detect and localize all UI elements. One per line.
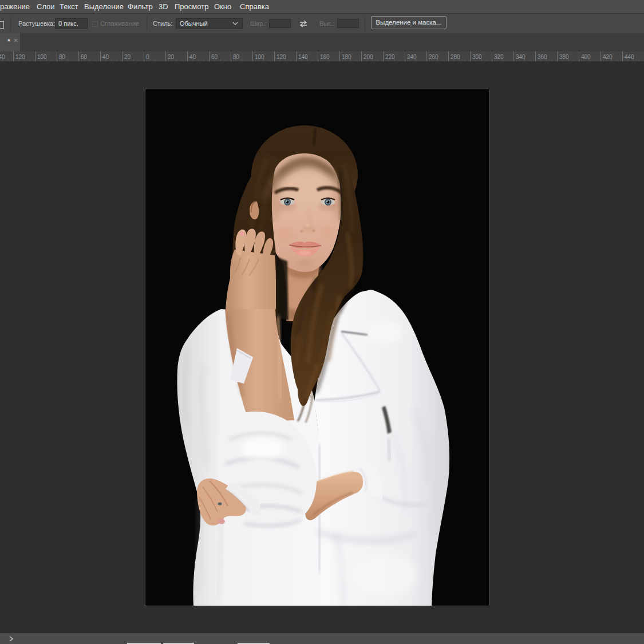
svg-text:100: 100 bbox=[37, 54, 47, 60]
svg-text:400: 400 bbox=[581, 54, 591, 60]
svg-text:20: 20 bbox=[124, 54, 131, 60]
svg-text:0: 0 bbox=[146, 54, 149, 60]
svg-text:20: 20 bbox=[168, 54, 175, 60]
svg-text:60: 60 bbox=[211, 54, 218, 60]
svg-text:80: 80 bbox=[233, 54, 240, 60]
svg-text:180: 180 bbox=[342, 54, 351, 60]
svg-text:140: 140 bbox=[0, 54, 5, 60]
svg-text:240: 240 bbox=[407, 54, 417, 60]
svg-text:40: 40 bbox=[189, 54, 196, 60]
svg-text:200: 200 bbox=[364, 54, 373, 60]
svg-text:160: 160 bbox=[320, 54, 330, 60]
svg-text:260: 260 bbox=[429, 54, 438, 60]
svg-text:120: 120 bbox=[276, 54, 286, 60]
svg-text:60: 60 bbox=[81, 54, 88, 60]
svg-text:80: 80 bbox=[59, 54, 66, 60]
svg-text:380: 380 bbox=[559, 54, 569, 60]
svg-text:100: 100 bbox=[255, 54, 264, 60]
svg-text:360: 360 bbox=[538, 54, 547, 60]
svg-text:420: 420 bbox=[603, 54, 613, 60]
svg-text:220: 220 bbox=[385, 54, 395, 60]
svg-text:40: 40 bbox=[102, 54, 109, 60]
svg-text:440: 440 bbox=[625, 54, 634, 60]
svg-text:300: 300 bbox=[472, 54, 482, 60]
svg-text:280: 280 bbox=[451, 54, 460, 60]
svg-text:120: 120 bbox=[15, 54, 25, 60]
svg-text:320: 320 bbox=[494, 54, 504, 60]
svg-text:140: 140 bbox=[298, 54, 308, 60]
svg-text:340: 340 bbox=[516, 54, 526, 60]
